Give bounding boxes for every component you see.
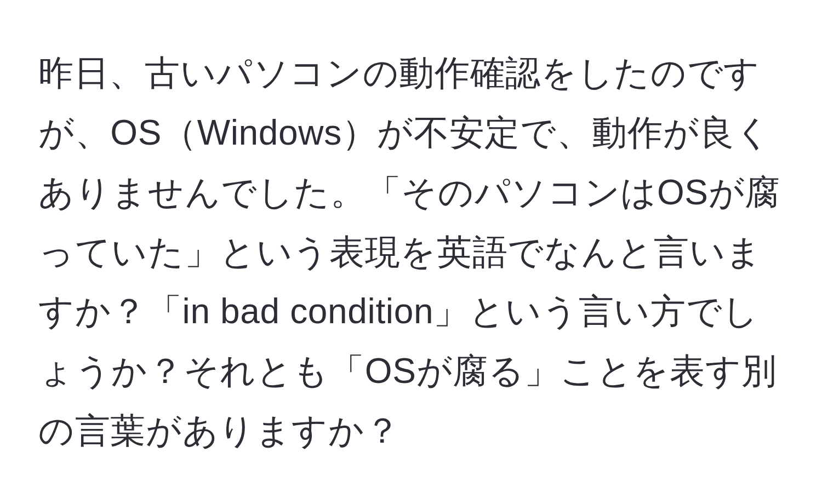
body-paragraph: 昨日、古いパソコンの動作確認をしたのですが、OS（Windows）が不安定で、動… xyxy=(38,43,784,461)
